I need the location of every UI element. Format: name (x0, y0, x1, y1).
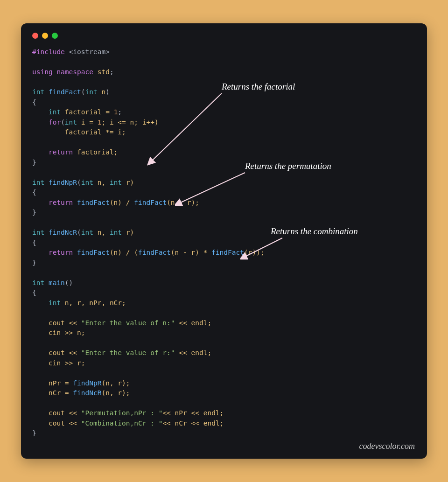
token-main: main (44, 279, 65, 286)
token-type: int (110, 179, 122, 186)
token-using: using (32, 68, 53, 76)
token (32, 148, 49, 156)
code-window: #include <iostream> using namespace std;… (21, 23, 427, 459)
token: cout << (32, 419, 81, 427)
token-func: findFact (138, 249, 171, 256)
token-func: findNcR (44, 229, 77, 236)
token-type: int (32, 88, 44, 96)
code-block: #include <iostream> using namespace std;… (32, 47, 416, 439)
token-string: "Enter the value of n:" (81, 319, 175, 327)
token-return: return (49, 249, 73, 256)
token: factorial; (73, 148, 118, 156)
token: } (32, 259, 36, 266)
token: (n - r); (167, 199, 199, 206)
token: ) (105, 88, 110, 96)
maximize-icon[interactable] (52, 33, 58, 39)
token: << nCr << endl; (162, 419, 224, 427)
token-type: int (32, 279, 44, 286)
token: <iostream> (65, 48, 110, 56)
token-func: findFact (44, 88, 81, 96)
token: (n) / ( (110, 249, 138, 256)
token-string: "Combination,nCr : " (81, 419, 163, 427)
token-type: int (49, 108, 61, 116)
token: << endl; (175, 349, 212, 356)
token: { (32, 189, 36, 196)
token: { (32, 289, 36, 296)
token (32, 249, 49, 256)
token: n, r, nPr, nCr; (61, 299, 126, 307)
token-namespace: namespace (53, 68, 93, 76)
token: << endl; (175, 319, 212, 327)
token-for: for (49, 119, 61, 126)
token: cin >> r; (32, 359, 85, 367)
token: factorial = (61, 108, 114, 116)
token-func: findNpR (44, 179, 77, 186)
token: ; (110, 68, 114, 76)
watermark: codevscolor.com (359, 441, 415, 451)
token-type: int (81, 229, 93, 236)
token: (n) / (110, 199, 134, 206)
token: (n, r); (101, 379, 130, 387)
token (32, 119, 49, 126)
token-type: int (85, 88, 98, 96)
close-icon[interactable] (32, 33, 38, 39)
token: nCr = (32, 389, 73, 397)
token-func: findFact (134, 199, 167, 206)
token-func: findFact (73, 199, 110, 206)
token: } (32, 429, 36, 437)
token (32, 299, 49, 307)
token (32, 199, 49, 206)
token: cin >> n; (32, 329, 85, 336)
token: cout << (32, 349, 81, 356)
token: n, (93, 179, 110, 186)
minimize-icon[interactable] (42, 33, 48, 39)
token: } (32, 209, 36, 216)
token: n, (93, 229, 110, 236)
window-controls (32, 33, 416, 39)
token-func: findNpR (73, 379, 101, 387)
token: cout << (32, 409, 81, 417)
token-type: int (32, 179, 44, 186)
token: { (32, 98, 36, 106)
token: } (32, 159, 36, 166)
token-func: findFact (73, 249, 110, 256)
token-type: int (32, 229, 44, 236)
token: (r)); (244, 249, 265, 256)
token: nPr = (32, 379, 73, 387)
token: () (65, 279, 73, 286)
token: ( (77, 179, 81, 186)
token-string: "Enter the value of r:" (81, 349, 175, 356)
token: ( (81, 88, 85, 96)
token-func: findFact (211, 249, 244, 256)
token: r) (122, 179, 134, 186)
token-include: #include (32, 48, 65, 56)
token: ( (77, 229, 81, 236)
token: ; (118, 108, 122, 116)
token: << nPr << endl; (162, 409, 224, 417)
token: (n, r); (101, 389, 130, 397)
token (32, 108, 49, 116)
token: ; i <= n; i++) (101, 119, 158, 126)
token: (n - r) * (171, 249, 211, 256)
token-type: int (81, 179, 93, 186)
token: { (32, 239, 36, 246)
token: factorial *= i; (32, 128, 126, 136)
token: cout << (32, 319, 81, 327)
token-type: int (65, 119, 77, 126)
token-string: "Permutation,nPr : " (81, 409, 163, 417)
token: i = (77, 119, 98, 126)
token-type: int (110, 229, 122, 236)
token: ( (61, 119, 65, 126)
token: r) (122, 229, 134, 236)
token-func: findNcR (73, 389, 101, 397)
token-return: return (49, 199, 73, 206)
token-type: int (49, 299, 61, 307)
token-return: return (49, 148, 73, 156)
token: n (98, 88, 105, 96)
token-std: std (93, 68, 110, 76)
